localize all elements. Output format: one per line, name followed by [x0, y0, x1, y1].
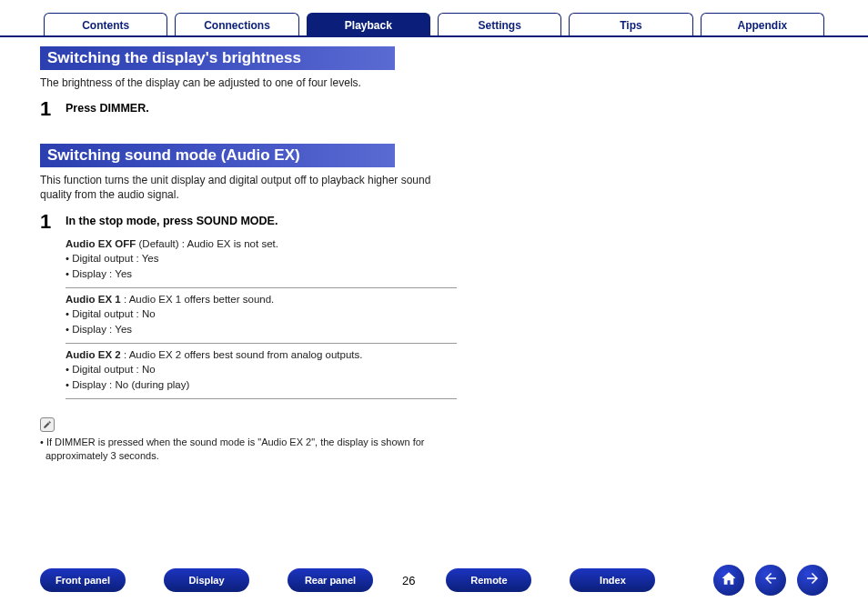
mode-suffix: (Default) : Audio EX is not set.	[136, 238, 278, 249]
mode-line2: • Display : Yes	[66, 268, 132, 279]
heading-brightness: Switching the display's brightness	[40, 46, 395, 70]
mode-line1: • Digital output : No	[66, 364, 156, 375]
arrow-left-icon	[762, 570, 779, 590]
next-button[interactable]	[797, 565, 828, 596]
mode-ex1: Audio EX 1 : Audio EX 1 offers better so…	[66, 288, 457, 344]
heading-soundmode: Switching sound mode (Audio EX)	[40, 144, 395, 167]
tab-playback[interactable]: Playback	[307, 13, 430, 35]
mode-off: Audio EX OFF (Default) : Audio EX is not…	[66, 233, 457, 288]
step-number: 1	[40, 99, 66, 119]
nav-rear-panel[interactable]: Rear panel	[288, 568, 373, 592]
nav-index[interactable]: Index	[570, 568, 655, 592]
page-number: 26	[402, 574, 415, 587]
step-brightness-1: 1 Press DIMMER.	[40, 99, 828, 120]
mode-line2: • Display : Yes	[66, 324, 132, 335]
pencil-icon	[40, 417, 55, 432]
nav-display[interactable]: Display	[164, 568, 249, 592]
tab-connections[interactable]: Connections	[175, 13, 298, 35]
tab-contents[interactable]: Contents	[44, 13, 167, 35]
mode-label: Audio EX 2	[66, 349, 121, 360]
intro-brightness: The brightness of the display can be adj…	[40, 75, 440, 90]
top-tab-bar: Contents Connections Playback Settings T…	[0, 0, 868, 37]
circle-nav-group	[702, 565, 828, 596]
nav-front-panel[interactable]: Front panel	[40, 568, 126, 592]
home-button[interactable]	[713, 565, 744, 596]
bottom-nav-bar: Front panel Display Rear panel 26 Remote…	[0, 565, 868, 596]
mode-label: Audio EX OFF	[66, 238, 136, 249]
nav-remote[interactable]: Remote	[446, 568, 531, 592]
step-number: 1	[40, 212, 66, 232]
mode-ex2: Audio EX 2 : Audio EX 2 offers best soun…	[66, 344, 457, 399]
note-text: • If DIMMER is pressed when the sound mo…	[40, 436, 440, 464]
tab-tips[interactable]: Tips	[569, 13, 692, 35]
step-title: In the stop mode, press SOUND MODE.	[66, 212, 457, 227]
mode-suffix: : Audio EX 1 offers better sound.	[121, 294, 275, 305]
home-icon	[721, 570, 737, 590]
tab-settings[interactable]: Settings	[438, 13, 561, 35]
prev-button[interactable]	[755, 565, 786, 596]
mode-label: Audio EX 1	[66, 294, 121, 305]
step-soundmode-1: 1 In the stop mode, press SOUND MODE. Au…	[40, 212, 828, 399]
mode-line1: • Digital output : No	[66, 308, 156, 319]
content-area: Switching the display's brightness The b…	[0, 43, 868, 463]
tab-appendix[interactable]: Appendix	[701, 13, 824, 35]
arrow-right-icon	[804, 570, 821, 590]
step-title: Press DIMMER.	[66, 99, 457, 115]
intro-soundmode: This function turns the unit display and…	[40, 173, 440, 202]
mode-suffix: : Audio EX 2 offers best sound from anal…	[121, 349, 363, 360]
mode-line2: • Display : No (during play)	[66, 379, 189, 390]
mode-line1: • Digital output : Yes	[66, 253, 158, 264]
